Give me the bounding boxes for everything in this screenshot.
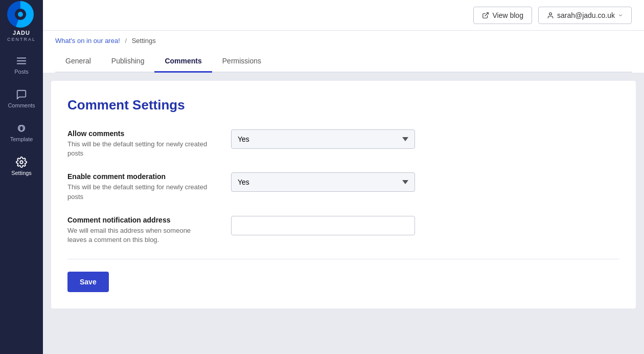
breadcrumb-area: What's on in our area! / Settings Genera… [43,31,644,73]
breadcrumb-link[interactable]: What's on in our area! [55,37,120,45]
form-container: Comment Settings Allow comments This wil… [51,81,636,308]
template-icon [16,123,27,134]
enable-moderation-hint: This will be the default setting for new… [67,183,211,201]
chevron-down-icon [618,13,623,18]
sidebar-item-template-label: Template [10,136,33,142]
logo-icon [7,1,34,28]
breadcrumb-separator: / [125,37,127,45]
header: View blog sarah@jadu.co.uk [43,0,644,31]
svg-point-4 [20,161,23,164]
allow-comments-label-area: Allow comments This will be the default … [67,129,211,158]
user-menu-button[interactable]: sarah@jadu.co.uk [538,7,632,24]
sidebar-item-settings-label: Settings [11,170,32,176]
view-blog-button[interactable]: View blog [473,7,532,24]
user-icon [547,12,554,19]
breadcrumb: What's on in our area! / Settings [55,37,632,45]
notification-address-control [231,216,415,235]
tab-publishing[interactable]: Publishing [101,51,155,73]
sidebar-item-comments[interactable]: Comments [0,82,43,116]
form-divider [67,259,619,259]
notification-address-input[interactable] [231,216,415,235]
content-area: What's on in our area! / Settings Genera… [43,31,644,354]
sidebar-nav: Posts Comments Template Settings [0,48,43,183]
sidebar-logo: JADU CENTRAL [0,0,43,43]
tab-general[interactable]: General [55,51,101,73]
main-content: View blog sarah@jadu.co.uk What's on in … [43,0,644,354]
notification-address-row: Comment notification address We will ema… [67,216,619,245]
user-email: sarah@jadu.co.uk [557,11,615,19]
header-actions: View blog sarah@jadu.co.uk [473,7,632,24]
enable-moderation-control: Yes No [231,172,415,192]
sidebar-item-settings[interactable]: Settings [0,149,43,183]
sidebar-item-posts-label: Posts [14,69,29,75]
save-button[interactable]: Save [67,272,109,292]
tabs-nav: General Publishing Comments Permissions [55,51,632,73]
form-title: Comment Settings [67,97,619,113]
notification-address-hint: We will email this address when someone … [67,226,211,245]
external-link-icon [482,12,489,19]
brand-name: JADU [7,30,36,36]
breadcrumb-current: Settings [132,37,156,45]
comments-icon [16,89,27,100]
allow-comments-hint: This will be the default setting for new… [67,140,211,158]
sidebar-item-comments-label: Comments [8,102,35,108]
svg-point-6 [549,12,552,15]
settings-icon [16,157,27,168]
sidebar-item-template[interactable]: Template [0,116,43,149]
tab-permissions[interactable]: Permissions [212,51,271,73]
svg-point-3 [19,126,23,131]
enable-moderation-row: Enable comment moderation This will be t… [67,172,619,201]
enable-moderation-select[interactable]: Yes No [231,172,415,192]
allow-comments-row: Allow comments This will be the default … [67,129,619,158]
svg-line-5 [485,12,488,15]
enable-moderation-label: Enable comment moderation [67,172,211,181]
allow-comments-select[interactable]: Yes No [231,129,415,149]
notification-address-label-area: Comment notification address We will ema… [67,216,211,245]
notification-address-label: Comment notification address [67,216,211,224]
sidebar-item-posts[interactable]: Posts [0,48,43,82]
sidebar: JADU CENTRAL Posts Comments Template [0,0,43,354]
posts-icon [16,55,27,67]
allow-comments-label: Allow comments [67,129,211,138]
allow-comments-control: Yes No [231,129,415,149]
enable-moderation-label-area: Enable comment moderation This will be t… [67,172,211,201]
tab-comments[interactable]: Comments [154,51,212,73]
brand-sub: CENTRAL [7,37,36,42]
